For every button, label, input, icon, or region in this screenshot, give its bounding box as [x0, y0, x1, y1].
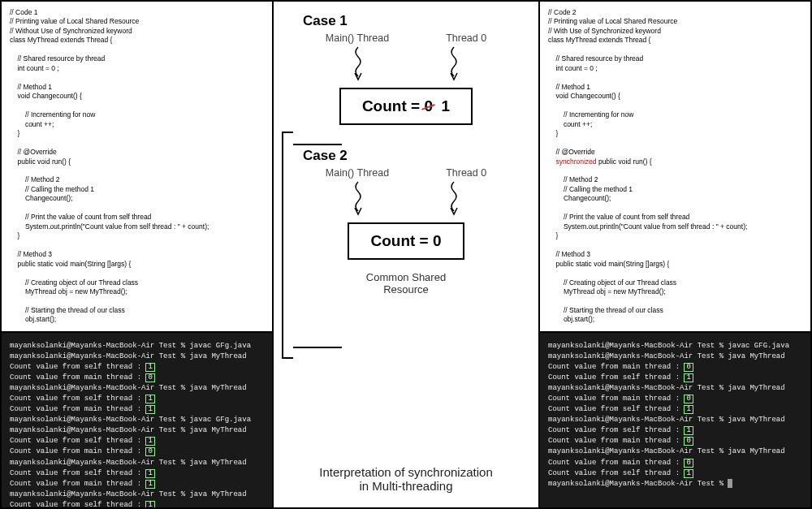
- terminal-line: Count value from main thread : 1: [10, 404, 264, 415]
- terminal-line: Count value from self thread : 1: [10, 394, 264, 404]
- terminal-line: mayanksolanki@Mayanks-MacBook-Air Test %…: [10, 341, 264, 352]
- terminal-output-label: Count value from main thread :: [10, 447, 145, 455]
- case1-label: Case 1: [303, 13, 348, 29]
- terminal-line: Count value from self thread : 1: [10, 468, 264, 479]
- terminal-line: mayanksolanki@Mayanks-MacBook-Air Test %…: [548, 446, 802, 457]
- interpretation-caption: Interpretation of synchronization in Mul…: [319, 465, 492, 493]
- terminal-output-value: 0: [684, 459, 693, 468]
- terminal-output-label: Count value from self thread :: [548, 426, 684, 434]
- terminal-left: mayanksolanki@Mayanks-MacBook-Air Test %…: [2, 333, 272, 507]
- code-2-pane: // Code 2 // Printing value of Local Sha…: [540, 2, 810, 333]
- terminal-output-value: 1: [145, 501, 154, 507]
- terminal-line: Count value from main thread : 0: [548, 362, 802, 373]
- terminal-output-label: Count value from self thread :: [10, 363, 145, 371]
- terminal-line: Count value from self thread : 1: [10, 436, 264, 446]
- main-thread-label: Main() Thread: [326, 167, 389, 179]
- terminal-output-value: 0: [145, 447, 154, 456]
- terminal-output-value: 1: [684, 405, 693, 414]
- terminal-line: Count value from self thread : 1: [10, 500, 264, 507]
- middle-column: Case 1 Main() Thread Thread 0 Count = 0 …: [274, 2, 538, 507]
- terminal-output-label: Count value from main thread :: [548, 459, 684, 467]
- terminal-line: Count value from self thread : 1: [10, 362, 264, 373]
- terminal-output-value: 1: [684, 373, 693, 382]
- terminal-line: Count value from self thread : 1: [548, 425, 802, 436]
- count1-new-value: 1: [442, 97, 451, 114]
- terminal-output-label: Count value from main thread :: [10, 480, 145, 488]
- terminal-output-value: 1: [684, 426, 693, 435]
- terminal-output-value: 0: [684, 395, 693, 403]
- terminal-line: Count value from main thread : 0: [10, 373, 264, 383]
- terminal-line: mayanksolanki@Mayanks-MacBook-Air Test %…: [10, 490, 264, 500]
- case1-arrows: [350, 45, 462, 84]
- terminal-line: mayanksolanki@Mayanks-MacBook-Air Test %…: [10, 458, 264, 468]
- terminal-cursor: [728, 479, 732, 488]
- terminal-line: Count value from main thread : 0: [548, 394, 802, 404]
- code-2-pre: // Code 2 // Printing value of Local Sha…: [548, 8, 677, 166]
- terminal-output-label: Count value from main thread :: [10, 405, 145, 413]
- terminal-right: mayanksolanki@Mayanks-MacBook-Air Test %…: [540, 333, 810, 507]
- terminal-output-label: Count value from main thread :: [548, 437, 684, 445]
- terminal-output-label: Count value from self thread :: [10, 501, 145, 507]
- terminal-output-label: Count value from main thread :: [548, 395, 684, 403]
- case2-label: Case 2: [303, 148, 348, 164]
- terminal-line: Count value from self thread : 1: [548, 404, 802, 415]
- terminal-line: mayanksolanki@Mayanks-MacBook-Air Test %…: [10, 425, 264, 436]
- terminal-line: mayanksolanki@Mayanks-MacBook-Air Test %…: [548, 341, 802, 352]
- case2-arrows: [350, 180, 462, 219]
- terminal-output-label: Count value from self thread :: [548, 469, 684, 477]
- terminal-output-label: Count value from self thread :: [548, 373, 684, 382]
- terminal-output-value: 1: [145, 480, 154, 489]
- terminal-output-label: Count value from self thread :: [10, 395, 145, 403]
- squiggle-arrow-icon: [446, 45, 462, 84]
- terminal-line: mayanksolanki@Mayanks-MacBook-Air Test %…: [548, 415, 802, 425]
- terminal-output-value: 0: [684, 363, 693, 372]
- terminal-line: Count value from main thread : 0: [548, 458, 802, 468]
- terminal-line: mayanksolanki@Mayanks-MacBook-Air Test %…: [548, 383, 802, 394]
- terminal-line: mayanksolanki@Mayanks-MacBook-Air Test %…: [10, 383, 264, 394]
- terminal-output-value: 0: [684, 437, 693, 446]
- case1-threads: Main() Thread Thread 0: [326, 32, 486, 44]
- thread0-label: Thread 0: [446, 167, 486, 179]
- shared-resource-label: Common Shared Resource: [366, 271, 446, 295]
- terminal-output-value: 1: [145, 395, 154, 403]
- terminal-output-value: 1: [145, 363, 154, 372]
- squiggle-arrow-icon: [350, 45, 366, 84]
- terminal-line: Count value from self thread : 1: [548, 468, 802, 479]
- case-bracket: [282, 132, 293, 359]
- count-box-case2: Count = 0: [348, 222, 464, 260]
- terminal-line: mayanksolanki@Mayanks-MacBook-Air Test %…: [10, 352, 264, 362]
- main-thread-label: Main() Thread: [326, 32, 389, 44]
- synchronized-keyword: synchronized: [555, 157, 596, 166]
- terminal-line: mayanksolanki@Mayanks-MacBook-Air Test %: [548, 479, 802, 490]
- left-column: // Code 1 // Printing value of Local Sha…: [2, 2, 274, 507]
- terminal-output-label: Count value from self thread :: [10, 469, 145, 477]
- terminal-output-value: 1: [145, 437, 154, 446]
- terminal-output-value: 1: [145, 469, 154, 478]
- code-2-post: public void run() { // Method 2 // Calli…: [548, 157, 762, 334]
- terminal-output-value: 1: [684, 469, 693, 478]
- thread0-label: Thread 0: [446, 32, 486, 44]
- count1-struck-value: 0: [424, 97, 433, 115]
- terminal-output-label: Count value from self thread :: [10, 437, 145, 445]
- right-column: // Code 2 // Printing value of Local Sha…: [538, 2, 810, 507]
- terminal-line: Count value from self thread : 1: [548, 373, 802, 383]
- terminal-line: mayanksolanki@Mayanks-MacBook-Air Test %…: [548, 352, 802, 362]
- code-1-pane: // Code 1 // Printing value of Local Sha…: [2, 2, 272, 333]
- count1-prefix: Count =: [362, 97, 425, 114]
- connector-to-case1: [293, 144, 342, 145]
- terminal-output-label: Count value from main thread :: [10, 373, 145, 382]
- connector-to-case2: [293, 347, 342, 348]
- case2-threads: Main() Thread Thread 0: [326, 167, 486, 179]
- diagram-frame: // Code 1 // Printing value of Local Sha…: [0, 0, 812, 509]
- terminal-output-label: Count value from self thread :: [548, 405, 684, 413]
- terminal-line: Count value from main thread : 0: [548, 436, 802, 446]
- terminal-output-value: 0: [145, 373, 154, 382]
- terminal-output-value: 1: [145, 405, 154, 414]
- squiggle-arrow-icon: [446, 180, 462, 219]
- squiggle-arrow-icon: [350, 180, 366, 219]
- terminal-line: Count value from main thread : 0: [10, 446, 264, 457]
- terminal-line: Count value from main thread : 1: [10, 479, 264, 490]
- count-box-case1: Count = 0 1: [339, 88, 473, 125]
- terminal-output-label: Count value from main thread :: [548, 363, 684, 371]
- terminal-line: mayanksolanki@Mayanks-MacBook-Air Test %…: [10, 415, 264, 425]
